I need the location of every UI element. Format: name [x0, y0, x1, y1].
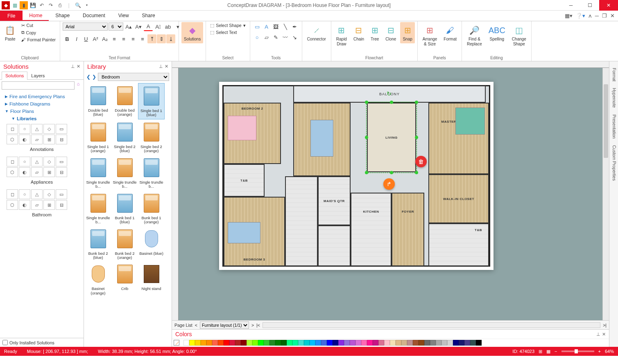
- callout-tool-icon[interactable]: ▱: [262, 33, 271, 42]
- nav-fwd-icon[interactable]: ❯: [92, 74, 96, 80]
- color-swatch[interactable]: [390, 340, 396, 346]
- page-select[interactable]: Furniture layout (1/1): [200, 321, 249, 329]
- color-swatch[interactable]: [447, 340, 453, 346]
- pen-tool-icon[interactable]: ✒: [290, 22, 299, 31]
- category-shape[interactable]: ⊟: [56, 200, 67, 210]
- library-select[interactable]: Bedroom: [98, 73, 169, 81]
- category-shape[interactable]: ○: [19, 189, 30, 199]
- qat-zoom-icon[interactable]: 🔍: [74, 1, 82, 9]
- category-shape[interactable]: ⊞: [43, 167, 55, 177]
- ellipse-tool-icon[interactable]: ○: [253, 33, 262, 42]
- color-swatch[interactable]: [338, 340, 344, 346]
- color-swatch[interactable]: [344, 340, 350, 346]
- nav-back-icon[interactable]: ❮: [86, 74, 91, 80]
- color-swatch[interactable]: [281, 340, 287, 346]
- rapid-draw-button[interactable]: ⊞Rapid Draw: [334, 22, 349, 48]
- room-dining[interactable]: DINING: [293, 103, 351, 176]
- tree-item-floorplans[interactable]: ▼Floor Plans: [3, 108, 80, 115]
- color-swatch[interactable]: [453, 340, 459, 346]
- color-swatch[interactable]: [407, 340, 413, 346]
- superscript-icon[interactable]: A²: [91, 34, 100, 43]
- library-item[interactable]: Basinet (blue): [138, 226, 165, 262]
- color-swatch[interactable]: [212, 340, 218, 346]
- room-bedroom2[interactable]: BEDROOM 2: [224, 103, 281, 164]
- color-swatch[interactable]: [292, 340, 298, 346]
- close-panel-icon[interactable]: ✕: [165, 64, 168, 69]
- grow-font-icon[interactable]: A▴: [124, 22, 133, 31]
- category-shape[interactable]: ⊟: [56, 167, 67, 177]
- color-swatch[interactable]: [183, 340, 189, 346]
- edit-tool-icon[interactable]: ✎: [272, 33, 281, 42]
- text-tool-icon[interactable]: A: [262, 22, 271, 31]
- home-icon[interactable]: ⌂: [75, 81, 82, 90]
- connector-button[interactable]: ⟋Connector: [305, 22, 328, 43]
- color-swatch[interactable]: [378, 340, 384, 346]
- color-swatch[interactable]: [333, 340, 338, 346]
- category-shape[interactable]: ▱: [31, 200, 43, 210]
- category-shape[interactable]: ⬡: [7, 167, 18, 177]
- furn-master-bed[interactable]: [455, 108, 485, 135]
- righttab-custom[interactable]: Custom Properties: [609, 142, 618, 184]
- collapse-ribbon-icon[interactable]: ʌ: [589, 13, 592, 19]
- category-shape[interactable]: ▱: [31, 167, 43, 177]
- underline-icon[interactable]: U: [81, 34, 91, 43]
- curve-tool-icon[interactable]: 〰: [281, 33, 290, 42]
- color-swatch[interactable]: [206, 340, 212, 346]
- library-item[interactable]: Night stand: [138, 261, 165, 297]
- category-shape[interactable]: △: [31, 124, 43, 134]
- category-shape[interactable]: ⊞: [43, 135, 55, 144]
- align-right-icon[interactable]: ≡: [129, 34, 138, 43]
- tree-item-libraries[interactable]: ▼Libraries: [3, 115, 80, 122]
- library-item[interactable]: Single bed 2 (blue): [111, 119, 138, 155]
- close-panel-icon[interactable]: ✕: [77, 64, 80, 69]
- category-shape[interactable]: ◐: [19, 135, 30, 144]
- color-swatch[interactable]: [401, 340, 407, 346]
- category-shape[interactable]: △: [31, 189, 43, 199]
- nocolor-swatch[interactable]: ⟋: [174, 340, 179, 346]
- room-foyer[interactable]: FOYER: [392, 193, 424, 266]
- library-item[interactable]: Bunk bed 2 (orange): [111, 226, 138, 262]
- room-tb1[interactable]: T&B: [224, 164, 265, 197]
- bold-icon[interactable]: B: [63, 34, 72, 43]
- solutions-button[interactable]: ◆ Solutions: [181, 22, 203, 43]
- pin-icon[interactable]: ⊥: [596, 332, 600, 337]
- valign-middle-icon[interactable]: ⇕: [157, 34, 166, 43]
- solutions-tab[interactable]: Solutions: [2, 72, 27, 80]
- status-ic1-icon[interactable]: ⊞: [539, 349, 542, 354]
- valign-bottom-icon[interactable]: ⤓: [166, 34, 175, 43]
- color-swatch[interactable]: [258, 340, 264, 346]
- category-shape[interactable]: ▱: [31, 135, 43, 144]
- align-center-icon[interactable]: ≡: [119, 34, 128, 43]
- color-swatch[interactable]: [419, 340, 424, 346]
- color-swatch[interactable]: [436, 340, 441, 346]
- color-swatch[interactable]: [224, 340, 229, 346]
- color-swatch[interactable]: [321, 340, 327, 346]
- color-swatch[interactable]: [361, 340, 367, 346]
- color-swatch[interactable]: [264, 340, 269, 346]
- connector-tool-icon[interactable]: ↘: [290, 33, 299, 42]
- color-swatch[interactable]: [315, 340, 321, 346]
- library-item[interactable]: Double bed (blue): [85, 83, 111, 119]
- image-tool-icon[interactable]: 🖼: [272, 22, 281, 31]
- library-item[interactable]: Crib: [111, 261, 138, 297]
- pin-icon[interactable]: ⊥: [159, 64, 163, 69]
- room-master[interactable]: MASTER BEDROOM: [428, 103, 489, 174]
- color-swatch[interactable]: [304, 340, 310, 346]
- room-walkin[interactable]: WALK-IN CLOSET: [428, 174, 489, 223]
- maximize-button[interactable]: ☐: [580, 0, 599, 11]
- select-text-button[interactable]: ⬚Select Text: [208, 29, 247, 36]
- color-swatch[interactable]: [470, 340, 476, 346]
- righttab-format[interactable]: Format: [609, 65, 618, 85]
- zoom-in-icon[interactable]: +: [598, 349, 601, 354]
- category-shape[interactable]: ◻: [7, 124, 18, 134]
- category-shape[interactable]: ◐: [19, 167, 30, 177]
- page-first-icon[interactable]: |<: [256, 323, 260, 328]
- library-item[interactable]: Single bed 1 (blue): [138, 83, 165, 119]
- room-bath[interactable]: [285, 176, 318, 266]
- tree-item-fire[interactable]: ▶Fire and Emergency Plans: [3, 93, 80, 100]
- rect-tool-icon[interactable]: ▭: [253, 22, 262, 31]
- color-swatch[interactable]: [373, 340, 378, 346]
- scrollbar-thumb[interactable]: [604, 84, 608, 158]
- sub-restore-icon[interactable]: ❐: [602, 13, 607, 19]
- text-rotation-icon[interactable]: ab: [163, 22, 172, 31]
